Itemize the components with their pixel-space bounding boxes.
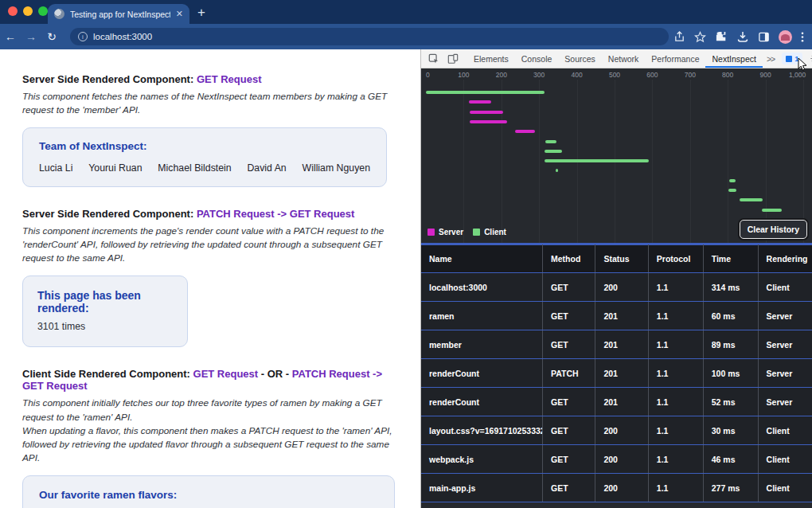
menu-kebab-icon[interactable] bbox=[801, 31, 804, 43]
heading-segment: Client Side Rendered Component: bbox=[22, 368, 193, 380]
ramen-card: Our favorite ramen flavors: Tonkotsu Ram… bbox=[22, 475, 395, 508]
waterfall-bar-client[interactable] bbox=[545, 140, 556, 143]
tab-close-icon[interactable]: ✕ bbox=[176, 10, 183, 18]
bookmark-star-icon[interactable] bbox=[694, 31, 706, 43]
devtools-tab-performance[interactable]: Performance bbox=[645, 49, 705, 68]
column-header[interactable]: Method bbox=[543, 245, 595, 273]
table-cell: GET bbox=[543, 302, 595, 330]
table-cell: 201 bbox=[595, 359, 648, 388]
reload-icon[interactable]: ↻ bbox=[41, 30, 62, 43]
ruler-tick-label: 500 bbox=[609, 71, 620, 79]
waterfall-bar-server[interactable] bbox=[470, 111, 503, 114]
table-cell: GET bbox=[543, 388, 595, 416]
table-row[interactable]: webpack.jsGET2001.146 msClient bbox=[421, 445, 812, 474]
table-cell: 277 ms bbox=[703, 474, 758, 502]
table-cell: 89 ms bbox=[703, 330, 758, 359]
waterfall-bar-server[interactable] bbox=[470, 120, 507, 123]
ruler-tick-label: 800 bbox=[722, 71, 733, 79]
site-info-icon[interactable]: i bbox=[78, 32, 88, 41]
waterfall-bar-client[interactable] bbox=[426, 91, 545, 94]
mouse-cursor bbox=[798, 57, 808, 75]
more-tabs-icon[interactable]: >> bbox=[763, 54, 779, 64]
waterfall-bar-client[interactable] bbox=[740, 198, 763, 201]
table-row[interactable]: main-app.jsGET2001.1277 msClient bbox=[421, 474, 812, 502]
table-cell: GET bbox=[543, 445, 595, 474]
table-row[interactable]: memberGET2011.189 msServer bbox=[421, 330, 812, 359]
table-cell: Server bbox=[758, 359, 812, 388]
table-cell: layout.css?v=1691710253332 bbox=[421, 416, 543, 445]
table-cell: GET bbox=[543, 273, 595, 302]
download-icon[interactable] bbox=[736, 30, 749, 43]
gridline bbox=[502, 80, 502, 243]
browser-tab[interactable]: Testing app for NextInspect ✕ bbox=[48, 4, 189, 24]
profile-avatar[interactable] bbox=[779, 30, 792, 44]
table-cell: renderCount bbox=[421, 359, 543, 388]
gridline bbox=[690, 80, 691, 243]
table-cell: 200 bbox=[595, 445, 648, 474]
column-header[interactable]: Protocol bbox=[648, 245, 703, 273]
table-cell: localhost:3000 bbox=[421, 273, 543, 302]
waterfall-bar-client[interactable] bbox=[728, 189, 736, 192]
browser-titlebar: Testing app for NextInspect ✕ + bbox=[0, 0, 812, 24]
heading-segment: GET Request bbox=[193, 368, 259, 380]
extensions-icon[interactable] bbox=[715, 30, 728, 43]
url-text: localhost:3000 bbox=[93, 32, 152, 41]
zoom-light[interactable] bbox=[38, 6, 48, 16]
team-member: William Nguyen bbox=[303, 162, 370, 174]
table-row[interactable]: renderCountPATCH2011.1100 msServer bbox=[421, 359, 812, 388]
waterfall-bar-server[interactable] bbox=[515, 130, 535, 133]
waterfall-bar-client[interactable] bbox=[729, 179, 736, 182]
waterfall-bar-server[interactable] bbox=[469, 100, 491, 104]
back-icon[interactable]: ← bbox=[0, 30, 21, 43]
waterfall-bar-client[interactable] bbox=[545, 159, 649, 162]
team-member: Yourui Ruan bbox=[88, 162, 142, 174]
devtools-tab-elements[interactable]: Elements bbox=[467, 49, 515, 68]
waterfall-bar-client[interactable] bbox=[556, 169, 558, 172]
waterfall-bar-client[interactable] bbox=[545, 150, 562, 153]
close-light[interactable] bbox=[8, 6, 18, 16]
clear-history-button[interactable]: Clear History bbox=[740, 220, 807, 239]
devtools-tab-nextinspect[interactable]: NextInspect bbox=[705, 49, 762, 68]
column-header[interactable]: Rendering bbox=[758, 245, 812, 273]
network-table-header: NameMethodStatusProtocolTimeRendering bbox=[421, 245, 812, 273]
table-cell: 201 bbox=[595, 302, 648, 330]
description-line: When updating a flavor, this component t… bbox=[22, 424, 400, 465]
forward-icon[interactable]: → bbox=[21, 30, 41, 43]
gridline bbox=[652, 80, 653, 243]
ruler-tick-label: 200 bbox=[496, 71, 507, 79]
section-csr: Client Side Rendered Component: GET Requ… bbox=[22, 368, 404, 508]
table-row[interactable]: ramenGET2011.160 msServer bbox=[421, 302, 812, 330]
section-ssr-patch-get: Server Side Rendered Component: PATCH Re… bbox=[22, 208, 404, 347]
section-description: This component initially fetches our top… bbox=[22, 397, 400, 464]
new-tab-button[interactable]: + bbox=[197, 6, 205, 19]
url-bar[interactable]: i localhost:3000 bbox=[70, 28, 669, 45]
table-cell: Client bbox=[758, 445, 812, 474]
minimize-light[interactable] bbox=[23, 6, 33, 16]
table-cell: GET bbox=[543, 416, 595, 445]
table-cell: ramen bbox=[421, 302, 543, 330]
table-row[interactable]: localhost:3000GET2001.1314 msClient bbox=[421, 273, 812, 302]
column-header[interactable]: Status bbox=[595, 245, 648, 273]
inspect-cursor-icon[interactable] bbox=[424, 53, 443, 64]
devtools-tab-network[interactable]: Network bbox=[602, 49, 646, 68]
team-card-title: Team of NextInspect: bbox=[39, 140, 370, 152]
heading-segment: Server Side Rendered Component: bbox=[22, 208, 197, 220]
device-toolbar-icon[interactable] bbox=[443, 53, 463, 64]
devtools-tab-sources[interactable]: Sources bbox=[558, 49, 602, 68]
sidebar-icon[interactable] bbox=[758, 31, 770, 43]
table-row[interactable]: layout.css?v=1691710253332GET2001.130 ms… bbox=[421, 416, 812, 445]
share-icon[interactable] bbox=[673, 31, 685, 43]
render-count-card: This page has been rendered: 3101 times bbox=[22, 275, 188, 347]
ruler-tick-label: 400 bbox=[572, 71, 583, 79]
waterfall-bar-client[interactable] bbox=[762, 209, 782, 212]
description-line: This component initially fetches our top… bbox=[22, 397, 400, 424]
table-row[interactable]: renderCountGET2011.152 msServer bbox=[421, 388, 812, 416]
table-cell: GET bbox=[543, 330, 595, 359]
description-line: This component increments the page's ren… bbox=[22, 225, 400, 265]
devtools-tab-console[interactable]: Console bbox=[515, 49, 559, 68]
table-cell: Client bbox=[758, 416, 812, 445]
tab-favicon-icon bbox=[54, 9, 64, 19]
column-header[interactable]: Name bbox=[421, 245, 543, 273]
gridline bbox=[539, 80, 540, 243]
column-header[interactable]: Time bbox=[703, 245, 758, 273]
